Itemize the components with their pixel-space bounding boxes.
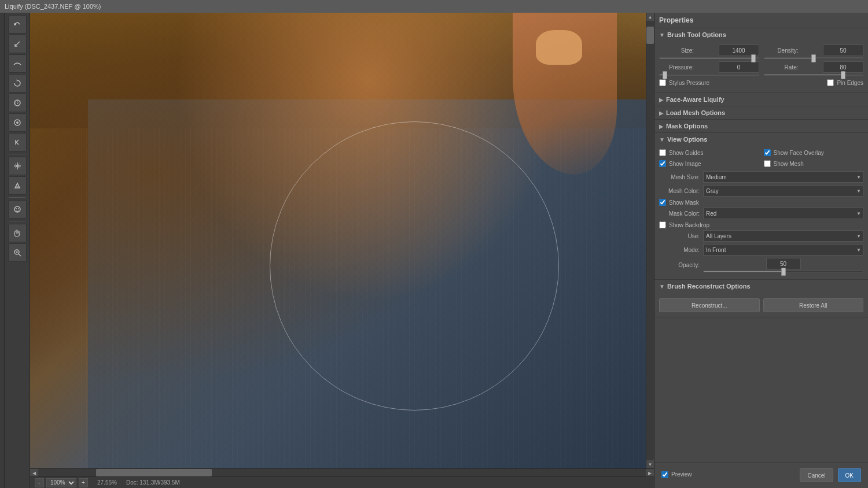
mode-label: Mode: xyxy=(659,247,700,253)
hand-tool-btn[interactable] xyxy=(8,224,27,242)
canvas-area[interactable] xyxy=(30,13,646,468)
mask-options-chevron: ▶ xyxy=(659,123,664,130)
zoom-tool-btn[interactable] xyxy=(8,243,27,262)
title-bar: Liquify (DSC_2437.NEF @ 100%) xyxy=(0,0,868,13)
scroll-left-arrow[interactable]: ◀ xyxy=(30,469,38,477)
vertical-scroll-thumb[interactable] xyxy=(646,27,654,44)
stylus-pinedges-row: Stylus Pressure Pin Edges xyxy=(659,79,863,88)
size-label: Size: xyxy=(659,47,694,54)
rate-slider[interactable] xyxy=(764,74,864,76)
zoom-out-btn[interactable]: - xyxy=(35,478,44,487)
pin-edges-checkbox[interactable] xyxy=(827,79,834,86)
density-slider-thumb[interactable] xyxy=(811,54,816,62)
show-mask-checkbox[interactable] xyxy=(659,199,666,206)
svg-point-13 xyxy=(16,208,17,209)
size-top: Size: xyxy=(659,45,759,56)
rate-slider-thumb[interactable] xyxy=(841,71,845,79)
mesh-color-label: Mesh Color: xyxy=(659,188,700,194)
show-guides-label: Show Guides xyxy=(669,150,703,156)
twirl-tool-btn[interactable] xyxy=(8,74,27,93)
face-aware-section: ▶ Face-Aware Liquify xyxy=(654,93,868,106)
preview-row: Preview xyxy=(661,471,692,478)
mesh-size-dropdown[interactable]: Medium Small Large xyxy=(703,171,863,183)
mask-options-header[interactable]: ▶ Mask Options xyxy=(654,120,868,132)
load-mesh-header[interactable]: ▶ Load Mesh Options xyxy=(654,106,868,119)
density-input[interactable] xyxy=(823,45,863,56)
horizontal-scrollbar[interactable]: ◀ ▶ xyxy=(30,468,654,476)
reconstruct-tool-btn[interactable] xyxy=(8,35,27,53)
freeze-mask-tool-btn[interactable] xyxy=(8,157,27,175)
pressure-input[interactable] xyxy=(719,61,759,73)
show-image-label: Show Image xyxy=(669,161,701,167)
vertical-scrollbar[interactable]: ▲ ▼ xyxy=(646,13,654,468)
show-face-overlay-label: Show Face Overlay xyxy=(774,150,824,156)
scroll-down-arrow[interactable]: ▼ xyxy=(646,460,654,468)
cancel-button[interactable]: Cancel xyxy=(800,468,833,482)
footer-buttons: Cancel OK xyxy=(800,468,861,482)
scroll-right-arrow[interactable]: ▶ xyxy=(646,469,654,477)
size-slider[interactable] xyxy=(659,57,759,59)
brush-tool-options-content: Size: Density: xyxy=(654,41,868,93)
restore-all-button[interactable]: Restore All xyxy=(763,298,864,312)
face-aware-chevron: ▶ xyxy=(659,97,664,103)
thaw-mask-tool-btn[interactable] xyxy=(8,176,27,195)
size-density-group: Size: Density: xyxy=(659,45,863,59)
horizontal-scroll-thumb[interactable] xyxy=(96,469,212,476)
pressure-slider[interactable] xyxy=(659,74,759,76)
size-slider-thumb[interactable] xyxy=(751,54,756,62)
status-bar: - 100% 50% 200% + 27.55% Doc: 131.3M/393… xyxy=(30,476,654,488)
mask-color-row: Mask Color: Red Green Blue Gray White Bl… xyxy=(659,208,863,219)
pressure-top: Pressure: xyxy=(659,61,759,73)
face-aware-header[interactable]: ▶ Face-Aware Liquify xyxy=(654,93,868,106)
forward-warp-tool-btn[interactable] xyxy=(8,15,27,34)
push-left-tool-btn[interactable] xyxy=(8,133,27,151)
opacity-slider-thumb[interactable] xyxy=(781,268,786,276)
scroll-up-arrow[interactable]: ▲ xyxy=(646,13,654,21)
reconstruct-button[interactable]: Reconstruct... xyxy=(659,298,760,312)
zoom-select[interactable]: 100% 50% 200% xyxy=(46,478,76,487)
brush-reconstruct-content: Reconstruct... Restore All xyxy=(654,293,868,317)
panel-spacer xyxy=(654,317,868,462)
pressure-slider-thumb[interactable] xyxy=(663,71,667,79)
opacity-slider[interactable] xyxy=(703,271,863,272)
pucker-tool-btn[interactable] xyxy=(8,94,27,112)
show-mesh-row: Show Mesh xyxy=(764,160,864,167)
tool-separator-1 xyxy=(9,154,25,154)
stylus-pressure-label: Stylus Pressure xyxy=(669,80,709,86)
face-tool-btn[interactable] xyxy=(8,200,27,219)
smooth-tool-btn[interactable] xyxy=(8,54,27,73)
preview-checkbox[interactable] xyxy=(661,471,668,478)
mask-options-title: Mask Options xyxy=(666,123,708,130)
view-options-title: View Options xyxy=(667,136,707,143)
view-options-header[interactable]: ▼ View Options xyxy=(654,133,868,146)
mesh-color-row: Mesh Color: Gray Red Green Blue White Bl… xyxy=(659,185,863,197)
main-content: ▲ ▼ ◀ ▶ - 100% 50% 200% xyxy=(0,13,868,488)
vertical-scroll-track[interactable] xyxy=(646,21,654,460)
rate-col: Rate: xyxy=(764,61,864,76)
use-dropdown[interactable]: All Layers Current Layer Below xyxy=(703,230,863,242)
size-slider-fill xyxy=(660,58,753,58)
show-guides-checkbox[interactable] xyxy=(659,149,666,156)
use-label: Use: xyxy=(659,233,700,239)
ok-button[interactable]: OK xyxy=(838,468,861,482)
mesh-color-dropdown[interactable]: Gray Red Green Blue White Black xyxy=(703,185,863,197)
show-image-checkbox[interactable] xyxy=(659,160,666,167)
density-slider-fill xyxy=(764,58,814,58)
brush-tool-options-header[interactable]: ▼ Brush Tool Options xyxy=(654,28,868,41)
brush-tool-options-section: ▼ Brush Tool Options Size: xyxy=(654,28,868,93)
view-options-chevron: ▼ xyxy=(659,136,665,143)
mesh-color-dropdown-wrapper: Gray Red Green Blue White Black xyxy=(703,185,863,197)
density-slider[interactable] xyxy=(764,57,864,59)
mode-dropdown[interactable]: In Front Behind Blend xyxy=(703,244,863,256)
view-checkboxes-grid: Show Guides Show Face Overlay Show Image… xyxy=(659,149,863,169)
show-mesh-checkbox[interactable] xyxy=(764,160,771,167)
show-backdrop-checkbox[interactable] xyxy=(659,221,666,228)
brush-reconstruct-header[interactable]: ▼ Brush Reconstruct Options xyxy=(654,280,868,293)
show-face-overlay-checkbox[interactable] xyxy=(764,149,771,156)
zoom-in-btn[interactable]: + xyxy=(79,478,88,487)
stylus-pressure-checkbox[interactable] xyxy=(659,79,666,86)
view-options-content: Show Guides Show Face Overlay Show Image… xyxy=(654,146,868,279)
horizontal-scroll-track[interactable] xyxy=(38,469,646,476)
mask-color-dropdown[interactable]: Red Green Blue Gray White Black xyxy=(703,208,863,219)
bloat-tool-btn[interactable] xyxy=(8,113,27,132)
